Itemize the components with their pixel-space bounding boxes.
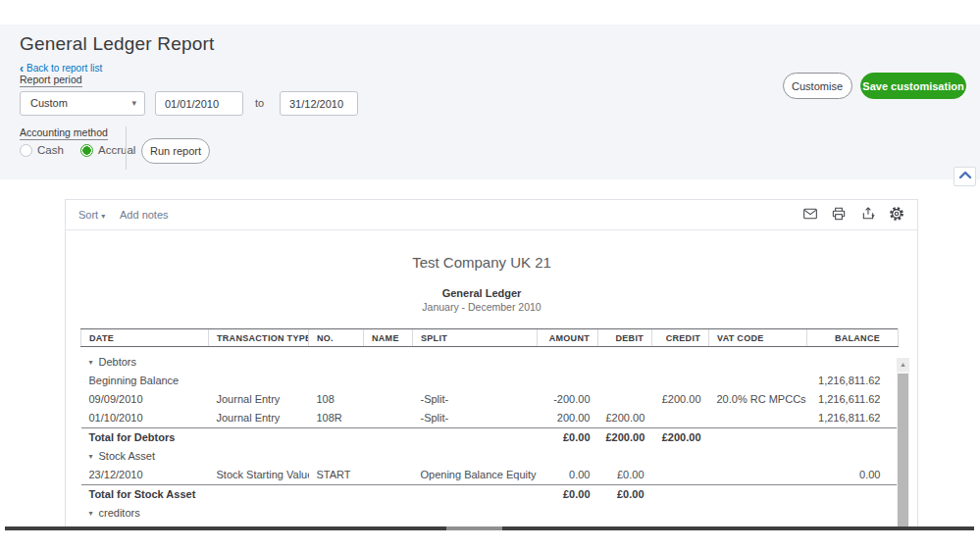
print-icon[interactable]: [828, 206, 850, 225]
cell-no: 108: [309, 390, 364, 409]
vertical-scrollbar[interactable]: ▲: [897, 358, 909, 530]
column-header-debit: DEBIT: [598, 329, 652, 347]
collapse-panel-button[interactable]: [954, 167, 976, 186]
cell-split: -Split-: [413, 409, 538, 428]
report-period-select[interactable]: Custom ▾: [20, 91, 145, 116]
cell-name: [364, 484, 413, 504]
accounting-method-label: Accounting method: [20, 126, 108, 140]
cell-date: 23/12/2010: [81, 466, 209, 485]
table-row: 09/09/2010Journal Entry108-Split--200.00…: [81, 390, 899, 409]
scrollbar-thumb[interactable]: [898, 374, 908, 530]
page-title: General Ledger Report: [20, 33, 215, 55]
add-notes-button[interactable]: Add notes: [120, 209, 169, 221]
ledger-table: DATETRANSACTION TYPENO.NAMESPLITAMOUNTDE…: [80, 328, 899, 530]
horizontal-scrollbar-thumb[interactable]: [446, 526, 502, 530]
settings-icon[interactable]: [886, 206, 907, 225]
accrual-radio[interactable]: Accrual: [80, 144, 135, 157]
cell-name: [364, 372, 413, 390]
cell-date: 09/09/2010: [81, 390, 209, 409]
cell-vat: [709, 466, 807, 485]
cell-amount: [538, 372, 598, 390]
general-ledger-report-page: General Ledger Report ‹Back to report li…: [0, 0, 980, 551]
sort-button[interactable]: Sort▾: [78, 209, 105, 221]
save-customisation-button[interactable]: Save customisation: [860, 73, 966, 99]
table-row: 23/12/2010Stock Starting ValueSTARTOpeni…: [81, 466, 899, 485]
column-header-amount: AMOUNT: [538, 329, 598, 347]
cell-credit: [652, 409, 709, 428]
cell-no: START: [309, 466, 364, 485]
report-toolbar: Sort▾ Add notes: [66, 200, 917, 230]
email-icon[interactable]: [799, 206, 821, 225]
cell-name: [364, 466, 413, 485]
cell-ttype: [209, 372, 309, 390]
collapse-triangle-icon[interactable]: ▾: [89, 504, 93, 523]
cell-split: Opening Balance Equity: [413, 466, 538, 485]
section-row[interactable]: ▾Stock Asset: [81, 447, 899, 466]
date-from-input[interactable]: [155, 91, 243, 116]
run-report-button[interactable]: Run report: [141, 138, 210, 164]
cell-vat: 20.0% RC MPCCs: [709, 390, 807, 409]
cell-no: 108R: [309, 409, 364, 428]
chevron-up-icon: [958, 170, 972, 184]
cell-name: [364, 353, 413, 372]
cell-name: [364, 447, 413, 466]
radio-checked-icon: [80, 144, 93, 157]
cell-debit: [598, 353, 652, 372]
cell-name: [364, 409, 413, 428]
cell-split: [413, 484, 538, 504]
radio-unchecked-icon: [20, 144, 32, 157]
cell-debit: £0.00: [598, 484, 652, 504]
cell-no: [309, 427, 364, 447]
cell-no: [309, 447, 364, 466]
cell-amount: 200.00: [538, 409, 598, 428]
section-row[interactable]: ▾creditors: [81, 504, 899, 523]
cell-amount: [538, 504, 598, 523]
cell-no: [309, 372, 364, 390]
cash-radio[interactable]: Cash: [20, 144, 64, 157]
accrual-radio-label: Accrual: [98, 144, 135, 156]
cell-vat: [709, 372, 807, 390]
cell-ttype: Journal Entry: [209, 409, 309, 428]
table-row: Beginning Balance1,216,811.62: [81, 372, 899, 390]
cell-debit: [598, 390, 652, 409]
cell-date: 01/10/2010: [81, 409, 209, 428]
cell-debit: £0.00: [598, 466, 652, 485]
report-period-subtitle: January - December 2010: [66, 301, 898, 313]
cell-amount: 0.00: [538, 466, 598, 485]
horizontal-scrollbar[interactable]: [5, 526, 974, 530]
cell-debit: [598, 447, 652, 466]
cell-name: [364, 504, 413, 523]
section-row[interactable]: ▾Debtors: [81, 353, 899, 372]
cell-balance: 1,216,811.62: [807, 372, 899, 390]
cell-name: [364, 390, 413, 409]
report-period-label: Report period: [20, 74, 82, 87]
cell-amount: [538, 447, 598, 466]
cash-radio-label: Cash: [37, 144, 64, 156]
cell-ttype: [209, 427, 309, 447]
report-card: Sort▾ Add notes Test Company UK 21 Gener…: [65, 199, 918, 530]
column-header-name: NAME: [364, 329, 413, 347]
cell-credit: [652, 466, 709, 485]
customise-button[interactable]: Customise: [783, 73, 852, 99]
cell-debit: [598, 372, 652, 390]
cell-credit: [652, 484, 709, 504]
sort-label: Sort: [78, 209, 98, 221]
cell-balance: [807, 484, 899, 504]
cell-date: Total for Stock Asset: [81, 484, 209, 504]
cell-ttype: Journal Entry: [209, 390, 309, 409]
cell-debit: £200.00: [598, 409, 652, 428]
export-icon[interactable]: [857, 206, 879, 225]
cell-split: [413, 447, 538, 466]
scroll-up-icon[interactable]: ▲: [897, 358, 909, 372]
cell-date: Beginning Balance: [81, 372, 209, 390]
cell-date: Total for Debtors: [81, 427, 209, 447]
cell-balance: [807, 427, 899, 447]
report-period-value: Custom: [30, 97, 68, 109]
cell-credit: [652, 353, 709, 372]
collapse-triangle-icon[interactable]: ▾: [89, 353, 93, 372]
collapse-triangle-icon[interactable]: ▾: [89, 447, 93, 466]
cell-name: [364, 427, 413, 447]
cell-balance: 0.00: [807, 466, 899, 485]
date-to-input[interactable]: [280, 91, 358, 116]
cell-amount: £0.00: [538, 484, 598, 504]
